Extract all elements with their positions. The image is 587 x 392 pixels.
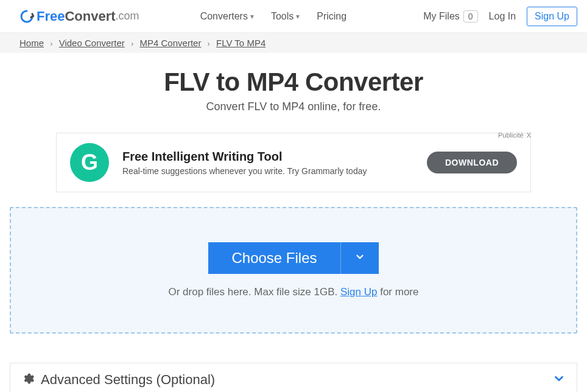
nav-pricing-label: Pricing (317, 11, 346, 22)
my-files-link[interactable]: My Files 0 (423, 10, 477, 23)
dropzone-signup-link[interactable]: Sign Up (340, 286, 377, 298)
ad-label: Publicité X (498, 131, 531, 139)
nav-tools[interactable]: Tools ▾ (271, 11, 300, 22)
ad-title: Free Intelligent Writing Tool (122, 150, 427, 164)
my-files-count: 0 (463, 10, 478, 23)
chevron-down-icon: ▾ (250, 12, 254, 21)
logo-text-free: Free (37, 9, 65, 24)
main-nav: Converters ▾ Tools ▾ Pricing (200, 11, 347, 22)
choose-files-group: Choose Files (208, 242, 378, 274)
page-subtitle: Convert FLV to MP4 online, for free. (0, 100, 587, 113)
advanced-settings-title: Advanced Settings (Optional) (41, 372, 552, 388)
nav-converters[interactable]: Converters ▾ (200, 11, 254, 22)
ad-label-text: Publicité (498, 131, 524, 139)
file-dropzone[interactable]: Choose Files Or drop files here. Max fil… (10, 207, 577, 334)
dropzone-help-suffix: for more (377, 286, 418, 298)
breadcrumb-current[interactable]: FLV To MP4 (216, 38, 265, 48)
choose-files-button[interactable]: Choose Files (208, 242, 340, 274)
ad-subtitle: Real-time suggestions whenever you write… (122, 166, 427, 176)
breadcrumb-home[interactable]: Home (19, 38, 44, 48)
my-files-label: My Files (423, 11, 460, 22)
header-right: My Files 0 Log In Sign Up (423, 7, 577, 26)
gear-icon (21, 372, 35, 388)
nav-pricing[interactable]: Pricing (317, 11, 346, 22)
dropzone-help-prefix: Or drop files here. Max file size 1GB. (168, 286, 340, 298)
ad-text: Free Intelligent Writing Tool Real-time … (122, 150, 427, 176)
ad-logo-icon: G (70, 143, 109, 182)
breadcrumb: Home › Video Converter › MP4 Converter ›… (0, 33, 587, 53)
breadcrumb-mp4-converter[interactable]: MP4 Converter (140, 38, 202, 48)
ad-container: Publicité X G Free Intelligent Writing T… (56, 133, 531, 192)
chevron-down-icon (354, 251, 365, 265)
ad-download-button[interactable]: DOWNLOAD (427, 152, 517, 173)
nav-tools-label: Tools (271, 11, 294, 22)
page-title: FLV to MP4 Converter (0, 68, 587, 97)
ad-box[interactable]: G Free Intelligent Writing Tool Real-tim… (56, 133, 531, 192)
logo-icon (19, 9, 34, 24)
chevron-down-icon: ▾ (296, 12, 300, 21)
chevron-right-icon: › (50, 39, 52, 48)
signup-button[interactable]: Sign Up (527, 7, 577, 26)
chevron-down-icon (552, 372, 566, 388)
header: FreeConvert.com Converters ▾ Tools ▾ Pri… (0, 0, 587, 33)
chevron-right-icon: › (208, 39, 210, 48)
hero: FLV to MP4 Converter Convert FLV to MP4 … (0, 53, 587, 121)
chevron-right-icon: › (131, 39, 133, 48)
login-link[interactable]: Log In (489, 11, 516, 22)
logo-text-com: .com (116, 10, 139, 23)
logo-text-convert: Convert (65, 9, 115, 24)
dropzone-help: Or drop files here. Max file size 1GB. S… (11, 286, 576, 298)
choose-files-dropdown[interactable] (340, 242, 379, 274)
nav-converters-label: Converters (200, 11, 248, 22)
ad-close-icon[interactable]: X (527, 131, 531, 139)
advanced-settings-panel[interactable]: Advanced Settings (Optional) (10, 363, 577, 392)
logo[interactable]: FreeConvert.com (19, 9, 139, 24)
breadcrumb-video-converter[interactable]: Video Converter (59, 38, 125, 48)
